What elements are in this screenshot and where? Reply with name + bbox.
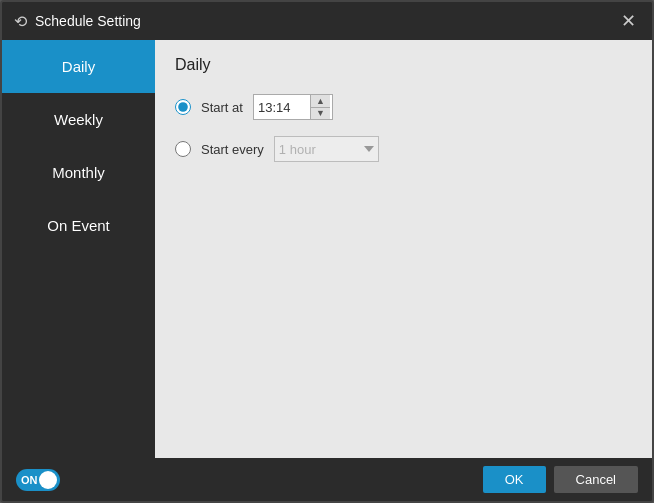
schedule-dialog: ⟲ Schedule Setting ✕ Daily Weekly Monthl… <box>0 0 654 503</box>
ok-button[interactable]: OK <box>483 466 546 493</box>
title-bar: ⟲ Schedule Setting ✕ <box>2 2 652 40</box>
spin-down-button[interactable]: ▼ <box>311 108 330 120</box>
hour-select[interactable]: 1 hour 2 hours 4 hours 6 hours 12 hours <box>274 136 379 162</box>
schedule-icon: ⟲ <box>14 12 27 31</box>
button-group: OK Cancel <box>483 466 638 493</box>
time-input-wrapper: ▲ ▼ <box>253 94 333 120</box>
start-at-label: Start at <box>201 100 243 115</box>
start-at-row: Start at ▲ ▼ <box>175 94 632 120</box>
sidebar-item-on-event[interactable]: On Event <box>2 199 155 252</box>
time-input[interactable] <box>254 95 310 119</box>
close-button[interactable]: ✕ <box>617 10 640 32</box>
toggle-wrapper: ON <box>16 469 60 491</box>
main-title: Daily <box>175 56 632 74</box>
cancel-button[interactable]: Cancel <box>554 466 638 493</box>
sidebar: Daily Weekly Monthly On Event <box>2 40 155 458</box>
start-every-row: Start every 1 hour 2 hours 4 hours 6 hou… <box>175 136 632 162</box>
dialog-title: Schedule Setting <box>35 13 141 29</box>
bottom-bar: ON OK Cancel <box>2 458 652 501</box>
start-every-radio[interactable] <box>175 141 191 157</box>
sidebar-item-weekly[interactable]: Weekly <box>2 93 155 146</box>
toggle-label: ON <box>21 474 38 486</box>
on-off-toggle[interactable]: ON <box>16 469 60 491</box>
spin-buttons: ▲ ▼ <box>310 95 330 119</box>
start-every-label: Start every <box>201 142 264 157</box>
content-area: Daily Weekly Monthly On Event Daily Star… <box>2 40 652 458</box>
main-content: Daily Start at ▲ ▼ Start every 1 ho <box>155 40 652 458</box>
toggle-knob <box>39 471 57 489</box>
sidebar-item-daily[interactable]: Daily <box>2 40 155 93</box>
start-at-radio[interactable] <box>175 99 191 115</box>
sidebar-item-monthly[interactable]: Monthly <box>2 146 155 199</box>
spin-up-button[interactable]: ▲ <box>311 95 330 108</box>
